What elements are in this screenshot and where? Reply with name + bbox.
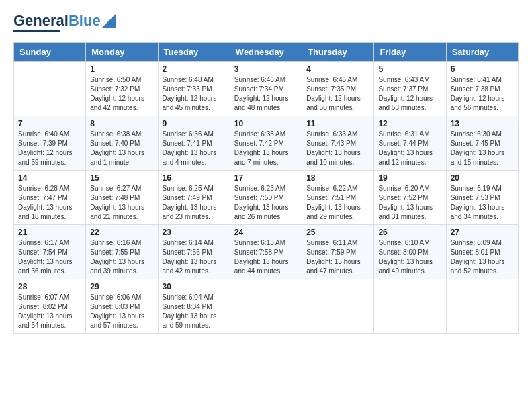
day-cell	[302, 279, 374, 334]
day-cell	[446, 279, 518, 334]
day-cell: 22Sunrise: 6:16 AM Sunset: 7:55 PM Dayli…	[86, 225, 158, 279]
day-cell: 25Sunrise: 6:11 AM Sunset: 7:59 PM Dayli…	[302, 225, 374, 279]
day-detail: Sunrise: 6:41 AM Sunset: 7:38 PM Dayligh…	[451, 75, 514, 113]
day-cell: 2Sunrise: 6:48 AM Sunset: 7:33 PM Daylig…	[158, 62, 230, 116]
day-cell: 8Sunrise: 6:38 AM Sunset: 7:40 PM Daylig…	[86, 116, 158, 171]
day-cell: 6Sunrise: 6:41 AM Sunset: 7:38 PM Daylig…	[446, 62, 518, 116]
day-number: 28	[18, 282, 81, 291]
day-number: 14	[18, 173, 81, 183]
day-detail: Sunrise: 6:10 AM Sunset: 8:00 PM Dayligh…	[378, 238, 441, 276]
day-number: 3	[234, 64, 298, 74]
day-detail: Sunrise: 6:22 AM Sunset: 7:51 PM Dayligh…	[306, 184, 369, 222]
day-cell: 21Sunrise: 6:17 AM Sunset: 7:54 PM Dayli…	[14, 225, 86, 279]
day-detail: Sunrise: 6:25 AM Sunset: 7:49 PM Dayligh…	[163, 184, 226, 222]
day-number: 2	[163, 64, 226, 74]
day-number: 27	[451, 228, 514, 237]
day-number: 23	[163, 228, 226, 237]
day-cell: 18Sunrise: 6:22 AM Sunset: 7:51 PM Dayli…	[302, 171, 374, 225]
svg-marker-0	[102, 14, 116, 28]
day-detail: Sunrise: 6:40 AM Sunset: 7:39 PM Dayligh…	[18, 130, 81, 167]
logo: GeneralBlue	[13, 13, 116, 32]
day-cell: 29Sunrise: 6:06 AM Sunset: 8:03 PM Dayli…	[86, 279, 158, 334]
day-detail: Sunrise: 6:16 AM Sunset: 7:55 PM Dayligh…	[90, 238, 153, 276]
day-detail: Sunrise: 6:17 AM Sunset: 7:54 PM Dayligh…	[18, 238, 81, 276]
day-detail: Sunrise: 6:13 AM Sunset: 7:58 PM Dayligh…	[234, 238, 298, 276]
day-number: 9	[163, 119, 226, 128]
day-detail: Sunrise: 6:23 AM Sunset: 7:50 PM Dayligh…	[234, 184, 298, 222]
day-cell: 26Sunrise: 6:10 AM Sunset: 8:00 PM Dayli…	[374, 225, 446, 279]
day-number: 15	[90, 173, 153, 183]
day-cell: 20Sunrise: 6:19 AM Sunset: 7:53 PM Dayli…	[446, 171, 518, 225]
day-detail: Sunrise: 6:38 AM Sunset: 7:40 PM Dayligh…	[90, 130, 153, 167]
day-number: 7	[18, 119, 81, 128]
day-detail: Sunrise: 6:19 AM Sunset: 7:53 PM Dayligh…	[451, 184, 514, 222]
day-detail: Sunrise: 6:07 AM Sunset: 8:02 PM Dayligh…	[18, 293, 81, 330]
day-detail: Sunrise: 6:06 AM Sunset: 8:03 PM Dayligh…	[90, 293, 153, 330]
day-detail: Sunrise: 6:36 AM Sunset: 7:41 PM Dayligh…	[163, 130, 226, 167]
week-row-4: 21Sunrise: 6:17 AM Sunset: 7:54 PM Dayli…	[14, 225, 519, 279]
day-cell: 30Sunrise: 6:04 AM Sunset: 8:04 PM Dayli…	[158, 279, 230, 334]
day-detail: Sunrise: 6:43 AM Sunset: 7:37 PM Dayligh…	[378, 75, 441, 113]
day-number: 30	[163, 282, 226, 291]
day-detail: Sunrise: 6:11 AM Sunset: 7:59 PM Dayligh…	[306, 238, 369, 276]
day-cell	[230, 279, 302, 334]
day-cell: 24Sunrise: 6:13 AM Sunset: 7:58 PM Dayli…	[230, 225, 302, 279]
day-number: 11	[306, 119, 369, 128]
day-cell: 4Sunrise: 6:45 AM Sunset: 7:35 PM Daylig…	[302, 62, 374, 116]
day-cell: 28Sunrise: 6:07 AM Sunset: 8:02 PM Dayli…	[14, 279, 86, 334]
day-number: 4	[306, 64, 369, 74]
day-number: 19	[378, 173, 441, 183]
header-wednesday: Wednesday	[230, 43, 302, 62]
day-detail: Sunrise: 6:48 AM Sunset: 7:33 PM Dayligh…	[163, 75, 226, 113]
day-detail: Sunrise: 6:28 AM Sunset: 7:47 PM Dayligh…	[18, 184, 81, 222]
day-cell: 3Sunrise: 6:46 AM Sunset: 7:34 PM Daylig…	[230, 62, 302, 116]
day-cell: 5Sunrise: 6:43 AM Sunset: 7:37 PM Daylig…	[374, 62, 446, 116]
day-number: 12	[378, 119, 441, 128]
day-cell: 12Sunrise: 6:31 AM Sunset: 7:44 PM Dayli…	[374, 116, 446, 171]
day-number: 16	[163, 173, 226, 183]
header-monday: Monday	[86, 43, 158, 62]
day-number: 17	[234, 173, 298, 183]
day-number: 21	[18, 228, 81, 237]
day-detail: Sunrise: 6:45 AM Sunset: 7:35 PM Dayligh…	[306, 75, 369, 113]
day-cell: 27Sunrise: 6:09 AM Sunset: 8:01 PM Dayli…	[446, 225, 518, 279]
day-cell: 17Sunrise: 6:23 AM Sunset: 7:50 PM Dayli…	[230, 171, 302, 225]
day-cell: 15Sunrise: 6:27 AM Sunset: 7:48 PM Dayli…	[86, 171, 158, 225]
logo-icon	[102, 14, 116, 28]
day-number: 26	[378, 228, 441, 237]
day-detail: Sunrise: 6:46 AM Sunset: 7:34 PM Dayligh…	[234, 75, 298, 113]
day-cell: 14Sunrise: 6:28 AM Sunset: 7:47 PM Dayli…	[14, 171, 86, 225]
day-detail: Sunrise: 6:14 AM Sunset: 7:56 PM Dayligh…	[163, 238, 226, 276]
header-saturday: Saturday	[446, 43, 518, 62]
day-detail: Sunrise: 6:09 AM Sunset: 8:01 PM Dayligh…	[451, 238, 514, 276]
day-number: 18	[306, 173, 369, 183]
week-row-2: 7Sunrise: 6:40 AM Sunset: 7:39 PM Daylig…	[14, 116, 519, 171]
day-cell: 23Sunrise: 6:14 AM Sunset: 7:56 PM Dayli…	[158, 225, 230, 279]
day-cell: 16Sunrise: 6:25 AM Sunset: 7:49 PM Dayli…	[158, 171, 230, 225]
day-cell: 9Sunrise: 6:36 AM Sunset: 7:41 PM Daylig…	[158, 116, 230, 171]
day-number: 25	[306, 228, 369, 237]
week-row-1: 1Sunrise: 6:50 AM Sunset: 7:32 PM Daylig…	[14, 62, 519, 116]
logo-text: GeneralBlue	[13, 13, 101, 28]
day-detail: Sunrise: 6:20 AM Sunset: 7:52 PM Dayligh…	[378, 184, 441, 222]
day-cell: 1Sunrise: 6:50 AM Sunset: 7:32 PM Daylig…	[86, 62, 158, 116]
day-cell	[14, 62, 86, 116]
week-row-3: 14Sunrise: 6:28 AM Sunset: 7:47 PM Dayli…	[14, 171, 519, 225]
day-number: 22	[90, 228, 153, 237]
header-tuesday: Tuesday	[158, 43, 230, 62]
day-detail: Sunrise: 6:30 AM Sunset: 7:45 PM Dayligh…	[451, 130, 514, 167]
day-detail: Sunrise: 6:50 AM Sunset: 7:32 PM Dayligh…	[90, 75, 153, 113]
day-detail: Sunrise: 6:33 AM Sunset: 7:43 PM Dayligh…	[306, 130, 369, 167]
calendar-table: SundayMondayTuesdayWednesdayThursdayFrid…	[13, 42, 519, 334]
day-number: 1	[90, 64, 153, 74]
day-number: 10	[234, 119, 298, 128]
day-number: 6	[451, 64, 514, 74]
day-cell	[374, 279, 446, 334]
day-number: 8	[90, 119, 153, 128]
day-cell: 11Sunrise: 6:33 AM Sunset: 7:43 PM Dayli…	[302, 116, 374, 171]
day-detail: Sunrise: 6:27 AM Sunset: 7:48 PM Dayligh…	[90, 184, 153, 222]
day-detail: Sunrise: 6:35 AM Sunset: 7:42 PM Dayligh…	[234, 130, 298, 167]
day-detail: Sunrise: 6:04 AM Sunset: 8:04 PM Dayligh…	[163, 293, 226, 330]
day-number: 20	[451, 173, 514, 183]
page-header: GeneralBlue	[13, 13, 519, 32]
